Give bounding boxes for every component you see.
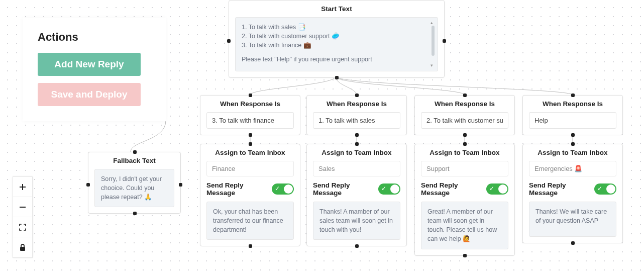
add-new-reply-button[interactable]: Add New Reply: [38, 53, 141, 76]
start-line-3: 3. To talk with finance 💼: [242, 41, 432, 50]
response-title: When Response Is: [523, 96, 622, 112]
assign-title: Assign to Team Inbox: [307, 144, 406, 161]
send-reply-label: Send Reply Message: [529, 181, 594, 197]
send-reply-label: Send Reply Message: [421, 181, 486, 197]
response-node-finance[interactable]: When Response Is: [200, 95, 300, 135]
zoom-fit-button[interactable]: [13, 217, 32, 237]
save-and-deploy-button[interactable]: Save and Deploy: [38, 83, 141, 106]
send-reply-toggle[interactable]: ✓: [272, 183, 294, 195]
lock-button[interactable]: [13, 237, 32, 257]
send-reply-label: Send Reply Message: [313, 181, 378, 197]
start-text-content[interactable]: 1. To talk with sales 📑 2. To talk with …: [235, 17, 438, 71]
team-input[interactable]: [206, 161, 294, 176]
reply-message[interactable]: Thanks! A mamber of our sales team will …: [313, 202, 400, 240]
response-node-help[interactable]: When Response Is: [522, 95, 623, 135]
reply-message[interactable]: Thanks! We will take care of your questi…: [529, 202, 616, 237]
zoom-controls: [13, 176, 33, 258]
assign-title: Assign to Team Inbox: [200, 144, 300, 161]
scroll-thumb[interactable]: [432, 26, 435, 56]
reply-message[interactable]: Ok, your chat has been transferred to ou…: [206, 202, 294, 240]
svg-rect-0: [20, 247, 25, 251]
team-input[interactable]: [529, 161, 616, 176]
response-input[interactable]: [313, 112, 400, 129]
minus-icon: [19, 203, 27, 211]
response-input[interactable]: [206, 112, 294, 129]
fallback-title: Fallback Text: [88, 152, 180, 169]
send-reply-toggle[interactable]: ✓: [594, 183, 616, 195]
fallback-text[interactable]: Sorry, I didn't get your chooice. Could …: [94, 169, 174, 207]
send-reply-toggle[interactable]: ✓: [486, 183, 508, 195]
start-line-2: 2. To talk with customer support 🥏: [242, 32, 432, 41]
expand-icon: [19, 223, 27, 231]
zoom-in-button[interactable]: [13, 177, 32, 197]
response-title: When Response Is: [200, 96, 300, 112]
response-title: When Response Is: [415, 96, 514, 112]
assign-node-support[interactable]: Assign to Team Inbox Send Reply Message …: [414, 144, 515, 256]
plus-icon: [19, 183, 27, 191]
send-reply-label: Send Reply Message: [206, 181, 272, 197]
send-reply-toggle[interactable]: ✓: [378, 183, 400, 195]
team-input[interactable]: [421, 161, 508, 176]
lock-icon: [19, 243, 26, 251]
team-input[interactable]: [313, 161, 400, 176]
fallback-node[interactable]: Fallback Text Sorry, I didn't get your c…: [88, 152, 181, 214]
response-input[interactable]: [421, 112, 508, 129]
actions-title: Actions: [38, 31, 155, 44]
start-note: Please text "Help" if you require urgent…: [242, 55, 432, 64]
flow-canvas[interactable]: Actions Add New Reply Save and Deploy St…: [0, 0, 644, 276]
actions-panel: Actions Add New Reply Save and Deploy: [23, 18, 166, 121]
start-line-1: 1. To talk with sales 📑: [242, 23, 432, 32]
start-text-title: Start Text: [229, 1, 444, 17]
assign-node-help[interactable]: Assign to Team Inbox Send Reply Message …: [522, 144, 623, 243]
scroll-down-icon[interactable]: ▾: [431, 62, 433, 69]
scrollbar[interactable]: ▴ ▾: [431, 21, 436, 68]
assign-node-sales[interactable]: Assign to Team Inbox Send Reply Message …: [306, 144, 407, 246]
response-node-sales[interactable]: When Response Is: [306, 95, 407, 135]
start-text-node[interactable]: Start Text 1. To talk with sales 📑 2. To…: [229, 0, 445, 78]
assign-title: Assign to Team Inbox: [415, 144, 514, 161]
response-input[interactable]: [529, 112, 616, 129]
zoom-out-button[interactable]: [13, 197, 32, 217]
reply-message[interactable]: Great! A member of our team will soon ge…: [421, 202, 508, 249]
assign-node-finance[interactable]: Assign to Team Inbox Send Reply Message …: [200, 144, 300, 246]
response-title: When Response Is: [307, 96, 406, 112]
assign-title: Assign to Team Inbox: [523, 144, 622, 161]
response-node-support[interactable]: When Response Is: [414, 95, 515, 135]
